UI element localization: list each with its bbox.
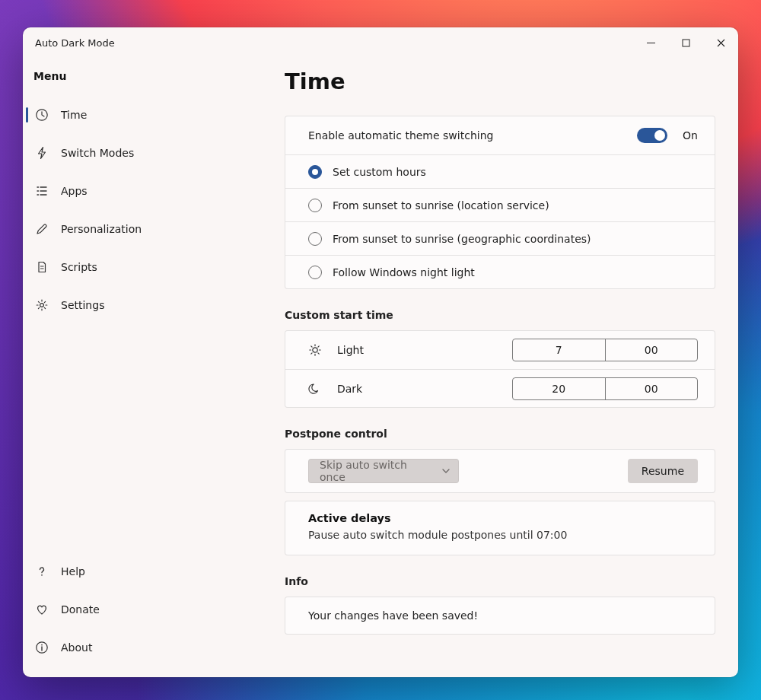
sidebar-heading: Menu	[23, 65, 269, 96]
sidebar-nav: Time Switch Modes Apps	[23, 96, 269, 324]
minimize-button[interactable]	[633, 27, 668, 58]
sidebar-item-label: Scripts	[61, 261, 97, 273]
info-card: Your changes have been saved!	[285, 597, 715, 635]
minimize-icon	[647, 39, 655, 47]
option-custom-hours[interactable]: Set custom hours	[285, 154, 715, 188]
custom-start-card: Light 7 00 Dark 20 00	[285, 330, 715, 408]
sidebar-item-help[interactable]: Help	[23, 552, 269, 590]
sidebar-item-label: Help	[61, 565, 85, 578]
active-delays-title: Active delays	[285, 501, 715, 529]
page-title: Time	[285, 68, 715, 94]
sidebar-item-label: Donate	[61, 603, 100, 616]
pencil-icon	[35, 222, 49, 236]
sidebar-item-scripts[interactable]: Scripts	[23, 248, 269, 286]
enable-switching-label: Enable automatic theme switching	[308, 129, 626, 142]
light-hour-input[interactable]: 7	[513, 339, 605, 361]
option-sunset-location[interactable]: From sunset to sunrise (location service…	[285, 188, 715, 221]
sun-icon	[308, 343, 322, 357]
info-title: Info	[285, 575, 715, 587]
help-icon	[35, 565, 49, 578]
enable-switching-toggle[interactable]	[637, 128, 667, 143]
sidebar-item-label: Settings	[61, 299, 104, 311]
dark-time-row: Dark 20 00	[285, 369, 715, 407]
postpone-title: Postpone control	[285, 428, 715, 440]
svg-rect-0	[683, 40, 689, 46]
info-text: Your changes have been saved!	[308, 609, 478, 622]
bolt-icon	[35, 146, 49, 160]
custom-start-title: Custom start time	[285, 309, 715, 321]
gear-icon	[35, 298, 49, 312]
titlebar: Auto Dark Mode	[23, 27, 738, 58]
sidebar-item-label: Apps	[61, 185, 88, 197]
sidebar-item-personalization[interactable]: Personalization	[23, 210, 269, 248]
sidebar-item-apps[interactable]: Apps	[23, 172, 269, 210]
dark-label: Dark	[337, 383, 362, 395]
dark-minute-input[interactable]: 00	[605, 378, 698, 399]
postpone-card: Skip auto switch once Resume	[285, 449, 715, 493]
sidebar-item-label: Switch Modes	[61, 147, 134, 159]
radio-label: Set custom hours	[333, 166, 426, 178]
option-sunset-coordinates[interactable]: From sunset to sunrise (geographic coord…	[285, 221, 715, 255]
chevron-down-icon	[441, 466, 451, 476]
app-window: Auto Dark Mode Menu Time	[23, 27, 738, 677]
sidebar-footer: Help Donate About	[23, 552, 269, 667]
apps-list-icon	[35, 184, 49, 198]
radio-icon	[308, 199, 322, 212]
svg-point-6	[313, 348, 317, 352]
toggle-state-text: On	[683, 129, 698, 142]
close-button[interactable]	[703, 27, 738, 58]
sidebar-item-donate[interactable]: Donate	[23, 590, 269, 628]
content: Time Enable automatic theme switching On…	[269, 58, 738, 677]
light-minute-input[interactable]: 00	[605, 339, 698, 361]
window-controls	[633, 27, 738, 58]
sidebar-item-settings[interactable]: Settings	[23, 286, 269, 324]
app-title: Auto Dark Mode	[35, 37, 115, 49]
active-delays-text: Pause auto switch module postpones until…	[285, 529, 715, 553]
maximize-button[interactable]	[668, 27, 703, 58]
dropdown-label: Skip auto switch once	[320, 459, 435, 483]
enable-switching-row: Enable automatic theme switching On	[285, 116, 715, 154]
moon-icon	[308, 382, 322, 396]
resume-button-label: Resume	[642, 465, 684, 477]
light-label: Light	[337, 344, 364, 356]
sidebar-item-label: About	[61, 641, 92, 654]
document-icon	[35, 260, 49, 274]
svg-point-2	[40, 304, 44, 307]
svg-point-5	[41, 644, 43, 646]
radio-label: From sunset to sunrise (geographic coord…	[333, 233, 591, 245]
radio-label: Follow Windows night light	[333, 266, 475, 278]
dark-hour-input[interactable]: 20	[513, 378, 605, 399]
clock-icon	[35, 108, 49, 122]
light-time-picker: 7 00	[512, 339, 698, 361]
radio-icon	[308, 266, 322, 279]
dark-time-picker: 20 00	[512, 377, 698, 400]
skip-switch-dropdown[interactable]: Skip auto switch once	[308, 459, 459, 483]
heart-icon	[35, 603, 49, 616]
option-night-light[interactable]: Follow Windows night light	[285, 255, 715, 288]
sidebar-item-switch-modes[interactable]: Switch Modes	[23, 134, 269, 172]
sidebar-item-label: Time	[61, 109, 87, 121]
close-icon	[717, 39, 725, 47]
light-time-row: Light 7 00	[285, 331, 715, 369]
radio-label: From sunset to sunrise (location service…	[333, 199, 549, 212]
postpone-row: Skip auto switch once Resume	[285, 450, 715, 492]
switching-card: Enable automatic theme switching On Set …	[285, 116, 715, 289]
info-icon	[35, 641, 49, 654]
sidebar-item-label: Personalization	[61, 223, 142, 235]
resume-button[interactable]: Resume	[628, 459, 698, 483]
active-delays-card: Active delays Pause auto switch module p…	[285, 501, 715, 555]
svg-point-3	[41, 574, 43, 576]
sidebar-item-time[interactable]: Time	[23, 96, 269, 134]
sidebar-item-about[interactable]: About	[23, 628, 269, 667]
radio-icon	[308, 165, 322, 179]
radio-icon	[308, 232, 322, 246]
sidebar: Menu Time Switch Modes	[23, 58, 269, 677]
maximize-icon	[682, 39, 690, 47]
